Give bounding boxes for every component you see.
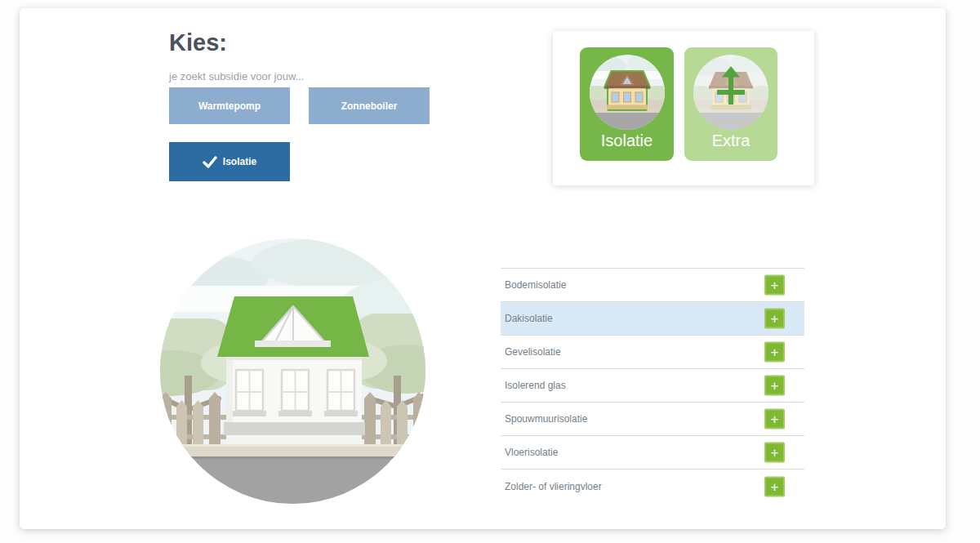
list-item-dakisolatie[interactable]: Dakisolatie +	[501, 302, 804, 336]
page-title: Kies:	[169, 29, 227, 56]
plus-icon[interactable]: +	[764, 342, 785, 363]
list-item-zolder-of-vlieringvloer[interactable]: Zolder- of vlieringvloer +	[501, 470, 804, 503]
insulation-list: Bodemisolatie + Dakisolatie + Gevelisola…	[501, 268, 804, 503]
plus-icon[interactable]: +	[764, 409, 785, 430]
tile-extra[interactable]: Extra	[684, 47, 777, 161]
plus-icon[interactable]: +	[764, 476, 785, 496]
page: Kies: je zoekt subsidie voor jouw... War…	[0, 0, 980, 543]
main-card: Kies: je zoekt subsidie voor jouw... War…	[20, 8, 946, 529]
tile-extra-label: Extra	[684, 131, 777, 150]
zonneboiler-button-label: Zonneboiler	[341, 100, 398, 112]
list-item-gevelisolatie[interactable]: Gevelisolatie +	[501, 336, 804, 369]
check-icon	[203, 156, 217, 168]
list-item-label: Vloerisolatie	[505, 447, 558, 458]
list-item-label: Gevelisolatie	[505, 346, 561, 358]
list-item-label: Isolerend glas	[505, 380, 566, 391]
tile-isolatie-label: Isolatie	[580, 131, 674, 150]
list-item-label: Zolder- of vlieringvloer	[505, 481, 602, 492]
list-item-label: Bodemisolatie	[505, 279, 566, 291]
list-item-label: Dakisolatie	[505, 313, 553, 324]
plus-icon[interactable]: +	[764, 309, 785, 329]
isolatie-button-label: Isolatie	[223, 156, 256, 167]
house-thumb-icon	[590, 55, 665, 130]
house-illustration	[160, 238, 425, 504]
tile-isolatie[interactable]: Isolatie	[580, 47, 674, 161]
list-item-spouwmuurisolatie[interactable]: Spouwmuurisolatie +	[501, 403, 804, 436]
isolatie-button-selected[interactable]: Isolatie	[169, 142, 290, 181]
house-plus-thumb-icon	[693, 55, 768, 130]
list-item-bodemisolatie[interactable]: Bodemisolatie +	[501, 269, 804, 302]
warmtepomp-button[interactable]: Warmtepomp	[169, 87, 290, 124]
warmtepomp-button-label: Warmtepomp	[198, 100, 261, 112]
plus-icon[interactable]: +	[764, 443, 785, 463]
list-item-vloerisolatie[interactable]: Vloerisolatie +	[501, 436, 804, 470]
zonneboiler-button[interactable]: Zonneboiler	[309, 87, 430, 124]
plus-icon[interactable]: +	[764, 376, 785, 396]
plus-icon[interactable]: +	[764, 275, 785, 296]
list-item-isolerend-glas[interactable]: Isolerend glas +	[501, 369, 804, 403]
list-item-label: Spouwmuurisolatie	[505, 413, 587, 425]
category-panel: Isolatie	[553, 31, 814, 185]
page-subtitle: je zoekt subsidie voor jouw...	[169, 70, 304, 82]
